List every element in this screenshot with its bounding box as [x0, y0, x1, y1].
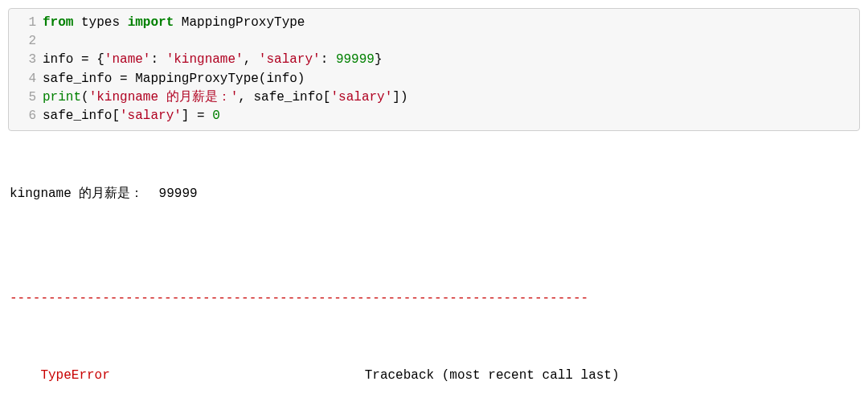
- line-number: 2: [9, 32, 43, 51]
- code-source: safe_info['salary'] = 0: [43, 107, 859, 125]
- input-code-cell: 1from types import MappingProxyType23inf…: [8, 8, 860, 131]
- line-number: 6: [9, 107, 43, 125]
- code-line: 2: [9, 32, 859, 51]
- code-line: 6safe_info['salary'] = 0: [9, 107, 859, 125]
- line-number: 5: [9, 88, 43, 107]
- code-source: [43, 32, 859, 51]
- line-number: 4: [9, 70, 43, 88]
- traceback-recent: Traceback (most recent call last): [365, 368, 620, 383]
- code-source: print('kingname 的月薪是：', safe_info['salar…: [43, 88, 859, 107]
- output-area: kingname 的月薪是： 99999 -------------------…: [8, 142, 860, 406]
- error-name: TypeError: [40, 368, 109, 383]
- line-number: 1: [9, 14, 43, 32]
- traceback-separator: ----------------------------------------…: [10, 289, 858, 308]
- code-source: safe_info = MappingProxyType(info): [43, 70, 859, 88]
- code-line: 3info = {'name': 'kingname', 'salary': 9…: [9, 51, 859, 69]
- line-number: 3: [9, 51, 43, 69]
- code-line: 4safe_info = MappingProxyType(info): [9, 70, 859, 88]
- code-source: info = {'name': 'kingname', 'salary': 99…: [43, 51, 859, 69]
- code-line: 5print('kingname 的月薪是：', safe_info['sala…: [9, 88, 859, 107]
- stdout-line: kingname 的月薪是： 99999: [10, 184, 858, 203]
- traceback-spacer: [110, 368, 365, 383]
- traceback-header: TypeError Traceback (most recent call la…: [10, 347, 858, 404]
- code-line: 1from types import MappingProxyType: [9, 14, 859, 32]
- code-source: from types import MappingProxyType: [43, 14, 859, 32]
